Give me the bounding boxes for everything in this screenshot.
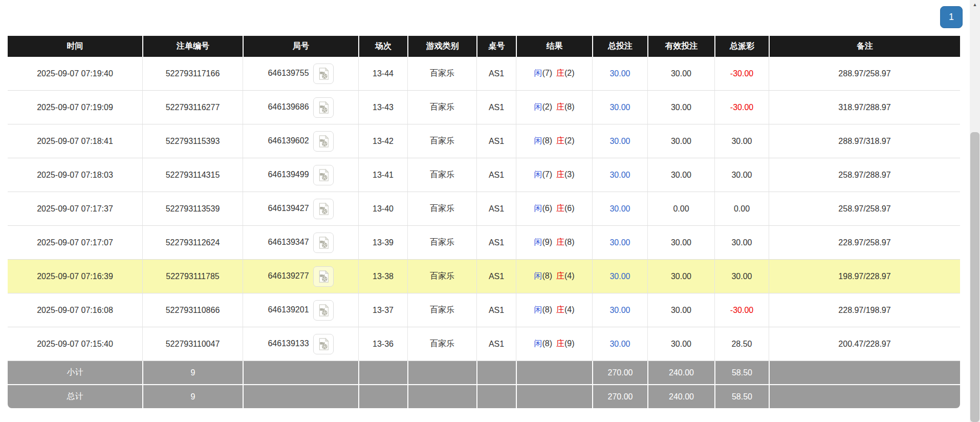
round-cell: 646139602	[243, 124, 358, 158]
col-header-session: 场次	[358, 36, 407, 57]
video-replay-button[interactable]	[313, 165, 334, 185]
subtotal-row: 小计 9 270.00 240.00 58.50	[8, 361, 960, 385]
video-replay-button[interactable]	[313, 131, 334, 152]
game-type-cell: 百家乐	[407, 192, 476, 226]
result-cell: 闲(7)庄(2)	[516, 57, 592, 91]
game-type-cell: 百家乐	[407, 293, 476, 327]
banker-result-label: 庄	[556, 339, 564, 348]
banker-result-label: 庄	[556, 238, 564, 246]
payout-cell: -30.00	[714, 57, 769, 91]
table-no-cell: AS1	[476, 91, 516, 124]
film-icon	[316, 303, 331, 318]
video-replay-button[interactable]	[313, 300, 334, 321]
footer-empty-cell	[516, 361, 592, 385]
total-bet-link[interactable]: 30.00	[609, 103, 630, 112]
total-bet-link[interactable]: 30.00	[609, 69, 630, 78]
table-row[interactable]: 2025-09-07 07:16:08 522793110866 6461392…	[8, 293, 960, 327]
payout-value: 30.00	[731, 238, 752, 247]
table-row[interactable]: 2025-09-07 07:18:41 522793115393 6461396…	[8, 124, 960, 158]
total-bet-link[interactable]: 30.00	[609, 137, 630, 145]
total-bet-link[interactable]: 30.00	[609, 204, 630, 213]
result-cell: 闲(8)庄(4)	[516, 260, 592, 293]
grand-total-count: 9	[142, 385, 243, 408]
scroll-up-arrow-icon[interactable]: ▲	[970, 0, 980, 9]
time-cell: 2025-09-07 07:18:03	[8, 158, 142, 192]
total-bet-link[interactable]: 30.00	[609, 306, 630, 314]
table-row[interactable]: 2025-09-07 07:18:03 522793114315 6461394…	[8, 158, 960, 192]
table-body: 2025-09-07 07:19:40 522793117166 6461397…	[8, 57, 960, 361]
player-result-label: 闲	[534, 69, 542, 77]
round-id: 646139602	[268, 136, 309, 145]
time-cell: 2025-09-07 07:18:41	[8, 124, 142, 158]
table-row[interactable]: 2025-09-07 07:17:37 522793113539 6461394…	[8, 192, 960, 226]
payout-cell: 30.00	[714, 158, 769, 192]
film-icon	[316, 168, 331, 182]
col-header-table-no: 桌号	[476, 36, 516, 57]
result-cell: 闲(8)庄(4)	[516, 293, 592, 327]
player-result-label: 闲	[534, 271, 542, 280]
table-row[interactable]: 2025-09-07 07:17:07 522793112624 6461393…	[8, 226, 960, 260]
banker-result-score: (9)	[564, 339, 575, 348]
banker-result-score: (4)	[564, 271, 575, 280]
col-header-result: 结果	[516, 36, 592, 57]
table-no-cell: AS1	[476, 57, 516, 91]
round-cell: 646139499	[243, 158, 358, 192]
remark-cell: 288.97/258.97	[769, 57, 960, 91]
vertical-scrollbar[interactable]: ▲	[970, 0, 980, 422]
video-replay-button[interactable]	[313, 64, 334, 84]
film-icon	[316, 134, 331, 149]
col-header-bet-id: 注单编号	[142, 36, 243, 57]
player-result-label: 闲	[534, 136, 542, 145]
total-bet-link[interactable]: 30.00	[609, 171, 630, 179]
pagination-page-1[interactable]: 1	[940, 6, 963, 28]
video-replay-button[interactable]	[313, 334, 334, 354]
remark-cell: 198.97/228.97	[769, 260, 960, 293]
time-cell: 2025-09-07 07:19:40	[8, 57, 142, 91]
player-result-label: 闲	[534, 102, 542, 111]
grand-total-label: 总计	[8, 385, 142, 408]
table-row[interactable]: 2025-09-07 07:19:09 522793116277 6461396…	[8, 91, 960, 124]
table-row[interactable]: 2025-09-07 07:19:40 522793117166 6461397…	[8, 57, 960, 91]
valid-bet-cell: 30.00	[647, 226, 714, 260]
table-no-cell: AS1	[476, 293, 516, 327]
valid-bet-cell: 30.00	[647, 57, 714, 91]
video-replay-button[interactable]	[313, 199, 334, 219]
video-replay-button[interactable]	[313, 233, 334, 253]
round-id: 646139755	[268, 69, 309, 77]
scrollbar-thumb[interactable]	[970, 132, 979, 422]
payout-cell: -30.00	[714, 293, 769, 327]
total-bet-link[interactable]: 30.00	[609, 272, 630, 281]
banker-result-label: 庄	[556, 136, 564, 145]
col-header-game-type: 游戏类别	[407, 36, 476, 57]
remark-cell: 318.97/288.97	[769, 91, 960, 124]
time-cell: 2025-09-07 07:19:09	[8, 91, 142, 124]
round-cell: 646139686	[243, 91, 358, 124]
result-cell: 闲(2)庄(8)	[516, 91, 592, 124]
video-replay-button[interactable]	[313, 266, 334, 287]
subtotal-total-bet: 270.00	[592, 361, 647, 385]
player-result-score: (8)	[542, 339, 552, 348]
banker-result-label: 庄	[556, 305, 564, 314]
footer-empty-cell	[358, 361, 407, 385]
remark-cell: 200.47/228.97	[769, 327, 960, 361]
grand-total-total-bet: 270.00	[592, 385, 647, 408]
remark-cell: 258.97/258.97	[769, 192, 960, 226]
payout-cell: 30.00	[714, 226, 769, 260]
valid-bet-cell: 30.00	[647, 293, 714, 327]
table-row[interactable]: 2025-09-07 07:15:40 522793110047 6461391…	[8, 327, 960, 361]
total-bet-cell: 30.00	[592, 91, 647, 124]
footer-empty-cell	[769, 385, 960, 408]
total-bet-cell: 30.00	[592, 260, 647, 293]
total-bet-link[interactable]: 30.00	[609, 340, 630, 348]
session-cell: 13-41	[358, 158, 407, 192]
banker-result-score: (8)	[564, 238, 575, 246]
player-result-score: (7)	[542, 170, 552, 179]
payout-value: 28.50	[731, 340, 752, 348]
subtotal-label: 小计	[8, 361, 142, 385]
subtotal-valid-bet: 240.00	[647, 361, 714, 385]
table-row[interactable]: 2025-09-07 07:16:39 522793111785 6461392…	[8, 260, 960, 293]
player-result-score: (8)	[542, 136, 552, 145]
total-bet-cell: 30.00	[592, 57, 647, 91]
total-bet-link[interactable]: 30.00	[609, 238, 630, 247]
video-replay-button[interactable]	[313, 97, 334, 118]
